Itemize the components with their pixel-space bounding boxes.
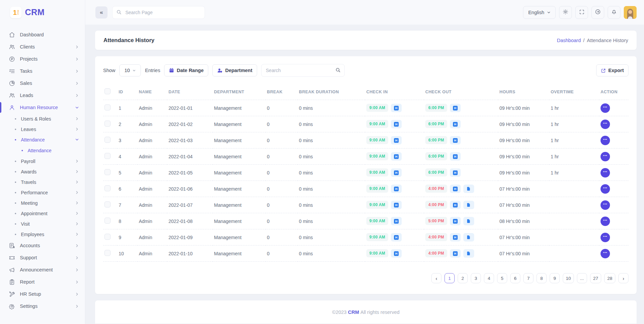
- file-icon[interactable]: [463, 201, 474, 209]
- pagination-page-button[interactable]: 6: [510, 273, 520, 283]
- location-h-icon[interactable]: H: [450, 233, 461, 241]
- page-size-select[interactable]: 10: [119, 64, 141, 76]
- sidebar-item-settings[interactable]: Settings: [0, 300, 85, 312]
- sidebar-item-payroll[interactable]: Payroll: [0, 156, 85, 166]
- location-h-icon[interactable]: H: [450, 185, 461, 193]
- pagination-page-button[interactable]: 3: [471, 273, 481, 283]
- notifications-button[interactable]: [608, 6, 620, 19]
- pagination-page-button[interactable]: 8: [536, 273, 547, 283]
- select-all-checkbox[interactable]: [104, 88, 111, 94]
- sidebar-item-dashboard[interactable]: Dashboard: [0, 29, 85, 41]
- logout-button[interactable]: [591, 6, 604, 19]
- row-actions-button[interactable]: •••: [601, 136, 610, 145]
- location-h-icon[interactable]: H: [450, 120, 461, 128]
- sidebar-item-announcement[interactable]: Announcement: [0, 264, 85, 276]
- sidebar-item-attendance[interactable]: Attendance: [0, 145, 85, 156]
- row-checkbox[interactable]: [104, 137, 111, 143]
- export-button[interactable]: Export: [596, 64, 628, 76]
- theme-toggle-button[interactable]: [559, 6, 572, 19]
- pagination-next-button[interactable]: ›: [618, 273, 628, 283]
- sidebar-collapse-button[interactable]: «: [95, 6, 108, 19]
- sidebar-item-report[interactable]: Report: [0, 276, 85, 288]
- file-icon[interactable]: [463, 233, 474, 241]
- location-h-icon[interactable]: H: [450, 201, 461, 209]
- sidebar-item-clients[interactable]: Clients: [0, 41, 85, 53]
- file-icon[interactable]: [463, 185, 474, 193]
- location-h-icon[interactable]: H: [391, 152, 402, 161]
- sidebar-item-meeting[interactable]: Meeting: [0, 198, 85, 208]
- location-h-icon[interactable]: H: [450, 152, 461, 161]
- row-actions-button[interactable]: •••: [601, 200, 610, 210]
- row-checkbox[interactable]: [104, 185, 111, 191]
- sidebar-item-projects[interactable]: Projects: [0, 53, 85, 65]
- row-actions-button[interactable]: •••: [601, 217, 610, 226]
- global-search-input[interactable]: [112, 6, 205, 19]
- pagination-page-button[interactable]: 7: [523, 273, 533, 283]
- location-h-icon[interactable]: H: [391, 185, 402, 193]
- file-icon[interactable]: [463, 217, 474, 225]
- location-h-icon[interactable]: H: [391, 217, 402, 225]
- row-actions-button[interactable]: •••: [601, 168, 610, 177]
- sidebar-item-leads[interactable]: Leads: [0, 89, 85, 101]
- location-h-icon[interactable]: H: [391, 249, 402, 258]
- location-h-icon[interactable]: H: [391, 168, 402, 177]
- table-search-input[interactable]: [261, 64, 345, 77]
- location-h-icon[interactable]: H: [450, 217, 461, 225]
- language-selector[interactable]: English: [523, 6, 556, 19]
- row-checkbox[interactable]: [104, 121, 111, 127]
- row-actions-button[interactable]: •••: [601, 120, 610, 129]
- pagination-page-button[interactable]: 27: [590, 273, 601, 283]
- sidebar-item-sales[interactable]: Sales: [0, 77, 85, 89]
- location-h-icon[interactable]: H: [450, 136, 461, 144]
- sidebar-item-travels[interactable]: Travels: [0, 177, 85, 187]
- row-actions-button[interactable]: •••: [601, 103, 610, 113]
- row-checkbox[interactable]: [104, 218, 111, 224]
- location-h-icon[interactable]: H: [391, 104, 402, 112]
- row-actions-button[interactable]: •••: [601, 152, 610, 161]
- search-icon[interactable]: [335, 67, 341, 74]
- row-checkbox[interactable]: [104, 250, 111, 256]
- location-h-icon[interactable]: H: [391, 120, 402, 128]
- sidebar-item-leaves[interactable]: Leaves: [0, 124, 85, 134]
- pagination-page-button[interactable]: 5: [497, 273, 507, 283]
- location-h-icon[interactable]: H: [391, 233, 402, 241]
- file-icon[interactable]: [463, 249, 474, 258]
- department-filter-button[interactable]: Department: [212, 64, 257, 76]
- logo[interactable]: 1stop CRM: [0, 0, 85, 25]
- location-h-icon[interactable]: H: [391, 136, 402, 144]
- row-checkbox[interactable]: [104, 153, 111, 159]
- sidebar-item-accounts[interactable]: Accounts: [0, 239, 85, 252]
- fullscreen-button[interactable]: [575, 6, 588, 19]
- location-h-icon[interactable]: H: [391, 201, 402, 209]
- row-checkbox[interactable]: [104, 234, 111, 240]
- sidebar-item-performance[interactable]: Performance: [0, 187, 85, 198]
- sidebar-item-human-resource[interactable]: Human Resource: [0, 101, 85, 114]
- row-actions-button[interactable]: •••: [601, 184, 610, 194]
- pagination-page-button[interactable]: 4: [484, 273, 494, 283]
- user-avatar[interactable]: [624, 6, 637, 19]
- row-checkbox[interactable]: [104, 201, 111, 207]
- sidebar-item-appointment[interactable]: Appointment: [0, 208, 85, 219]
- pagination-page-button[interactable]: 2: [458, 273, 468, 283]
- sidebar-item-attendance[interactable]: Attendance: [0, 134, 85, 145]
- pagination-ellipsis[interactable]: ...: [577, 273, 587, 283]
- sidebar-item-hr-setup[interactable]: HR Setup: [0, 288, 85, 300]
- location-h-icon[interactable]: H: [450, 168, 461, 177]
- row-checkbox[interactable]: [104, 104, 111, 110]
- pagination-page-button[interactable]: 10: [563, 273, 574, 283]
- row-checkbox[interactable]: [104, 169, 111, 175]
- location-h-icon[interactable]: H: [450, 104, 461, 112]
- sidebar-item-tasks[interactable]: Tasks: [0, 65, 85, 77]
- row-actions-button[interactable]: •••: [601, 249, 610, 258]
- sidebar-item-awards[interactable]: Awards: [0, 166, 85, 177]
- row-actions-button[interactable]: •••: [601, 233, 610, 242]
- pagination-page-button[interactable]: 9: [550, 273, 560, 283]
- sidebar-item-visit[interactable]: Visit: [0, 219, 85, 229]
- pagination-prev-button[interactable]: ‹: [431, 273, 441, 283]
- pagination-page-button[interactable]: 1: [444, 273, 455, 283]
- sidebar-item-employees[interactable]: Employees: [0, 229, 85, 239]
- pagination-page-button[interactable]: 28: [604, 273, 615, 283]
- breadcrumb-dashboard-link[interactable]: Dashboard: [557, 38, 581, 43]
- date-range-button[interactable]: Date Range: [164, 64, 208, 76]
- sidebar-item-support[interactable]: Support: [0, 252, 85, 264]
